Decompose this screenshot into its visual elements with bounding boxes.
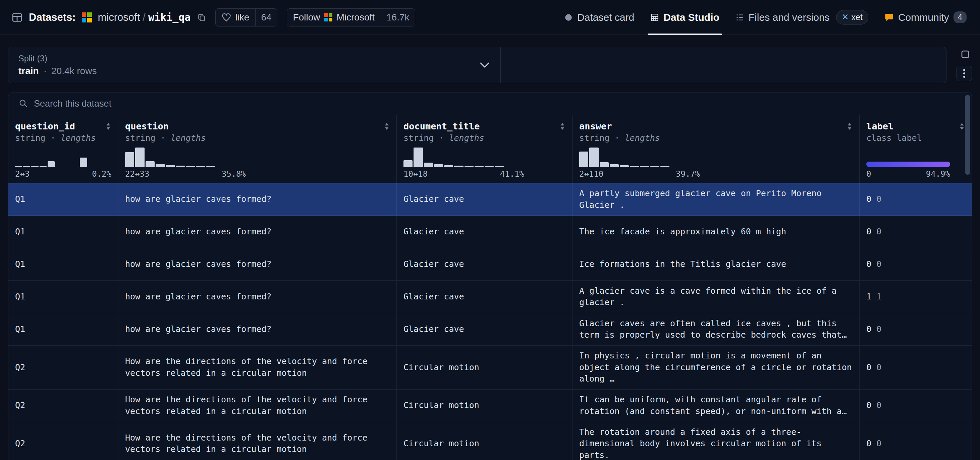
breadcrumb: microsoft/wiki_qa (98, 11, 191, 24)
table-row[interactable]: Q1 how are glacier caves formed? Glacier… (8, 313, 972, 346)
data-studio-icon (650, 13, 659, 22)
cell-document-title: Glacier cave (397, 216, 573, 248)
table-row[interactable]: Q1 how are glacier caves formed? Glacier… (8, 183, 972, 216)
cell-document-title: Circular motion (397, 346, 573, 389)
cell-question-id: Q1 (8, 313, 118, 345)
follower-count: 16.7k (381, 9, 415, 26)
column-header-label[interactable]: label class label 094.9% (860, 115, 972, 183)
scrollbar-thumb[interactable] (965, 95, 970, 174)
column-type: string · lengths (15, 133, 111, 143)
tab-community[interactable]: Community 4 (885, 0, 967, 35)
like-label: like (235, 12, 249, 23)
split-selector-box: Split (3) train · 20.4k rows (8, 47, 947, 83)
histogram-range: 094.9% (866, 169, 950, 179)
datasets-section-link[interactable]: Datasets: (29, 11, 76, 24)
sort-icon[interactable] (959, 122, 965, 131)
kebab-menu-button[interactable] (956, 66, 972, 81)
table-row[interactable]: Q1 how are glacier caves formed? Glacier… (8, 248, 972, 281)
cell-answer: Ice formations in the Titlis glacier cav… (573, 248, 860, 280)
split-row-count: 20.4k rows (51, 66, 97, 76)
column-type: string · lengths (125, 133, 390, 143)
top-nav: Datasets: microsoft/wiki_qa like 64 Foll… (0, 0, 980, 35)
sort-icon[interactable] (384, 122, 390, 131)
cell-document-title: Glacier cave (397, 313, 573, 345)
cell-label: 00 (860, 313, 972, 345)
cell-question-id: Q1 (8, 281, 118, 313)
follow-button[interactable]: Follow Microsoft 16.7k (287, 8, 415, 27)
data-table-card: question_id string · lengths 2↔30.2% que… (8, 92, 972, 460)
sort-icon[interactable] (105, 122, 111, 131)
histogram-range: 2↔30.2% (15, 169, 111, 179)
tab-files-and-versions[interactable]: Files and versions xet (735, 0, 868, 35)
cell-document-title: Circular motion (397, 390, 573, 422)
cell-question: How are the directions of the velocity a… (118, 346, 397, 389)
cell-question-id: Q1 (8, 216, 118, 248)
cell-question: how are glacier caves formed? (118, 281, 397, 313)
column-type: string · lengths (579, 133, 853, 143)
search-bar (8, 93, 972, 115)
column-header-answer[interactable]: answer string · lengths 2↔11039.7% (573, 115, 860, 183)
sort-icon[interactable] (846, 122, 853, 131)
column-type: string · lengths (404, 133, 565, 143)
cell-question: how are glacier caves formed? (118, 183, 397, 215)
table-row[interactable]: Q1 how are glacier caves formed? Glacier… (8, 281, 972, 313)
column-name: document_title (404, 121, 480, 132)
table-body: Q1 how are glacier caves formed? Glacier… (8, 183, 972, 460)
table-row[interactable]: Q2 How are the directions of the velocit… (8, 390, 972, 422)
maximize-button[interactable] (959, 48, 972, 61)
cell-answer: It can be uniform, with constant angular… (573, 390, 860, 422)
cell-question-id: Q1 (8, 248, 118, 280)
xet-badge-label: xet (851, 13, 862, 22)
cell-label: 00 (860, 346, 972, 389)
cell-question-id: Q2 (8, 422, 118, 460)
cell-question: how are glacier caves formed? (118, 313, 397, 345)
org-link[interactable]: microsoft (98, 11, 140, 24)
files-versions-icon (735, 13, 744, 22)
split-value: train (18, 66, 39, 76)
length-histogram (404, 147, 524, 167)
chevron-down-icon (480, 62, 490, 68)
copy-icon[interactable] (197, 13, 206, 22)
table-row[interactable]: Q1 how are glacier caves formed? Glacier… (8, 216, 972, 248)
histogram-range: 10↔1841.1% (404, 169, 524, 179)
column-header-question-id[interactable]: question_id string · lengths 2↔30.2% (8, 115, 118, 183)
cell-label: 00 (860, 248, 972, 280)
cell-question-id: Q2 (8, 346, 118, 389)
microsoft-logo (82, 13, 92, 22)
tab-dataset-card[interactable]: Dataset card (564, 0, 634, 35)
tab-label: Community (898, 12, 949, 23)
cell-label: 00 (860, 183, 972, 215)
cell-answer: Glacier caves are often called ice caves… (573, 313, 860, 345)
microsoft-logo (324, 13, 332, 21)
cell-question: How are the directions of the velocity a… (118, 422, 397, 460)
column-header-question[interactable]: question string · lengths 22↔3335.8% (118, 115, 397, 183)
like-count: 64 (255, 9, 277, 26)
cell-answer: A partly submerged glacier cave on Perit… (573, 183, 860, 215)
table-row[interactable]: Q2 How are the directions of the velocit… (8, 422, 972, 460)
cell-answer: In physics , circular motion is a moveme… (573, 346, 860, 389)
cell-answer: The rotation around a fixed axis of a th… (573, 422, 860, 460)
xet-badge[interactable]: xet (836, 10, 868, 24)
sort-icon[interactable] (559, 122, 565, 131)
split-separator: · (44, 66, 47, 76)
follow-label: Follow (293, 12, 320, 23)
cell-question-id: Q1 (8, 183, 118, 215)
tab-data-studio[interactable]: Data Studio (650, 0, 719, 35)
viewer-toolbar: Split (3) train · 20.4k rows (0, 35, 980, 92)
cell-document-title: Glacier cave (397, 281, 573, 313)
label-distribution-bar (866, 162, 950, 167)
column-header-document-title[interactable]: document_title string · lengths 10↔1841.… (397, 115, 573, 183)
cell-question-id: Q2 (8, 390, 118, 422)
column-type: class label (866, 133, 965, 143)
repo-link[interactable]: wiki_qa (148, 11, 191, 23)
toolbar-right-panel (501, 47, 946, 83)
search-input[interactable] (33, 98, 962, 109)
like-button[interactable]: like 64 (215, 8, 277, 27)
breadcrumb-separator: / (143, 11, 146, 24)
length-histogram (579, 147, 700, 167)
table-row[interactable]: Q2 How are the directions of the velocit… (8, 346, 972, 390)
repo-tabs: Dataset card Data Studio Files and versi… (564, 0, 969, 35)
split-dropdown[interactable]: Split (3) train · 20.4k rows (8, 47, 501, 83)
split-label: Split (3) (18, 54, 490, 63)
community-count-badge: 4 (953, 11, 967, 23)
